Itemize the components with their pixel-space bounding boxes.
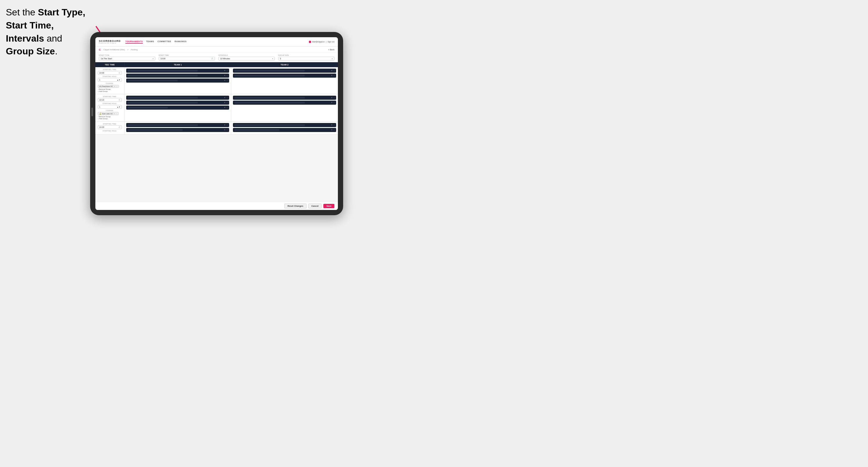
course-tag-1: (A) Peachtree GC ✕ ⋯ [98,85,119,88]
player-row: ✕ ○ [126,101,229,105]
intervals-group: Intervals 10 Minutes ▾ [218,54,275,61]
course-label-2: COURSE: [98,110,122,112]
player-row: ✕ ○ [233,101,336,105]
group-size-select[interactable]: 3 ▾ [278,57,335,61]
player-name-bar [128,75,198,76]
starting-hole-input-2[interactable]: 1 ▲▼ [98,105,122,109]
breadcrumb-separator: > [127,49,129,51]
player-name-bar [235,102,305,103]
player-row: ✕ ○ [126,69,229,73]
breadcrumb-page: Hosting [130,49,137,51]
nav-tab-tournaments[interactable]: TOURNAMENTS [125,40,143,43]
group-size-label: Group Size [278,54,335,56]
breadcrumb: Clippd Invitational (Mar) > Hosting [103,49,139,51]
player-close-btn[interactable]: ✕ ○ [224,80,228,82]
player-close-btn[interactable]: ✕ ○ [224,101,228,104]
close-x-icon: ✕ [331,69,333,72]
close-x-icon: ✕ [331,129,333,131]
remove-group-1[interactable]: - Remove Group [98,88,122,90]
course-remove-1[interactable]: ✕ [114,86,115,87]
sub-header-logo: C [99,48,101,51]
close-circle-icon: ○ [226,101,228,104]
close-x-icon: ✕ [331,74,333,77]
player-close-btn[interactable]: ✕ ○ [331,124,335,126]
tablet-screen: SCOREBOARD Powered by clipp'd TOURNAMENT… [95,37,338,210]
course-settings-1[interactable]: ⋯ [116,86,118,87]
add-group-2[interactable]: + Add Group [98,118,122,120]
table-row: STARTING TIME: 10:10 ⏱ STARTING HOLE: 1 … [95,94,338,122]
nav-tab-committee[interactable]: COMMITTEE [158,40,171,43]
add-group-1[interactable]: + Add Group [98,90,122,92]
start-time-label: Start Time [159,54,215,56]
sign-out-link[interactable]: Sign out [328,41,334,43]
player-close-btn[interactable]: ✕ ○ [224,129,228,131]
breadcrumb-tournament[interactable]: Clippd Invitational (Mar) [103,49,125,51]
close-circle-icon: ○ [334,97,335,99]
group-3-team2-cell: ✕ ○ ✕ ○ [231,122,338,134]
player-close-btn[interactable]: ✕ ○ [224,106,228,109]
cancel-button[interactable]: Cancel [308,204,322,209]
group-size-chevron: ▾ [332,58,333,60]
player-close-btn[interactable]: ✕ ○ [331,129,335,131]
close-x-icon: ✕ [224,80,226,82]
starting-time-input-1[interactable]: 10:00 ⏱ [98,71,122,75]
start-type-select[interactable]: 1st Tee Start ▾ [99,57,155,61]
course-icon-2: ⛳ [99,113,101,115]
start-time-value: 10:00 [160,58,166,60]
time-icon-3: ⏱ [119,126,120,128]
intervals-select[interactable]: 10 Minutes ▾ [218,57,275,61]
nav-tab-rankings[interactable]: RANKINGS [175,40,186,43]
starting-hole-input-1[interactable]: 1 ▲▼ [98,78,122,82]
close-circle-icon: ○ [226,106,228,109]
course-remove-2[interactable]: ✕ [114,113,115,115]
player-close-btn[interactable]: ✕ ○ [224,69,228,72]
table-content: STARTING TIME: 10:00 ⏱ STARTING HOLE: 1 … [95,67,338,202]
group-3-team1-cell: ✕ ○ ✕ ○ [124,122,231,134]
save-button[interactable]: Save [323,204,334,208]
course-tag-2: ⛳ East Lake GC ✕ ⋯ [98,112,119,115]
close-x-icon: ✕ [331,101,333,104]
player-close-btn[interactable]: ✕ ○ [331,101,335,104]
starting-time-input-2[interactable]: 10:10 ⏱ [98,98,122,102]
player-name-bar [128,129,183,131]
nav-tabs: TOURNAMENTS TEAMS COMMITTEE RANKINGS [125,40,309,43]
player-close-btn[interactable]: ✕ ○ [331,74,335,77]
close-x-icon: ✕ [224,124,226,126]
settings-bar: Start Type 1st Tee Start ▾ Start Time 10… [95,53,338,62]
player-close-btn[interactable]: ✕ ○ [331,69,335,72]
nav-user: blair@clippd.io | Sign out [309,41,334,43]
close-circle-icon: ○ [226,74,228,77]
player-name-bar [128,107,168,108]
tablet-frame: SCOREBOARD Powered by clipp'd TOURNAMENT… [90,32,343,215]
starting-time-label-2: STARTING TIME: [98,96,122,97]
reset-changes-button[interactable]: Reset Changes [284,204,307,209]
player-row: ✕ ○ [126,96,229,100]
player-row: ✕ ○ [233,69,336,73]
user-email: blair@clippd.io [312,41,325,43]
player-row: ✕ ○ [126,79,229,83]
table-row: STARTING TIME: 10:00 ⏱ STARTING HOLE: 1 … [95,67,338,94]
time-icon-2: ⏱ [119,99,120,101]
group-2-team2-cell: ✕ ○ ✕ ○ [231,94,338,121]
back-button[interactable]: < Back [328,49,334,51]
player-close-btn[interactable]: ✕ ○ [224,97,228,99]
close-circle-icon: ○ [334,69,335,72]
nav-tab-teams[interactable]: TEAMS [146,40,154,43]
start-time-select[interactable]: 10:00 🕐 [159,57,215,61]
intervals-chevron: ▾ [272,58,273,60]
player-name-bar [128,97,198,99]
player-close-btn[interactable]: ✕ ○ [331,97,335,99]
player-name-bar [235,97,305,99]
remove-group-2[interactable]: - Remove Group [98,116,122,118]
starting-hole-label-1: STARTING HOLE: [98,75,122,77]
close-x-icon: ✕ [224,69,226,72]
player-name-bar [128,70,198,71]
player-close-btn[interactable]: ✕ ○ [224,74,228,77]
nav-separator: | [326,41,326,43]
player-close-btn[interactable]: ✕ ○ [224,124,228,126]
course-settings-2[interactable]: ⋯ [116,113,117,115]
sub-header: C Clippd Invitational (Mar) > Hosting < … [95,46,338,53]
starting-time-input-3[interactable]: 10:20 ⏱ [98,125,122,129]
th-team1: Team 1 [124,62,231,67]
player-row: ✕ ○ [126,105,229,110]
